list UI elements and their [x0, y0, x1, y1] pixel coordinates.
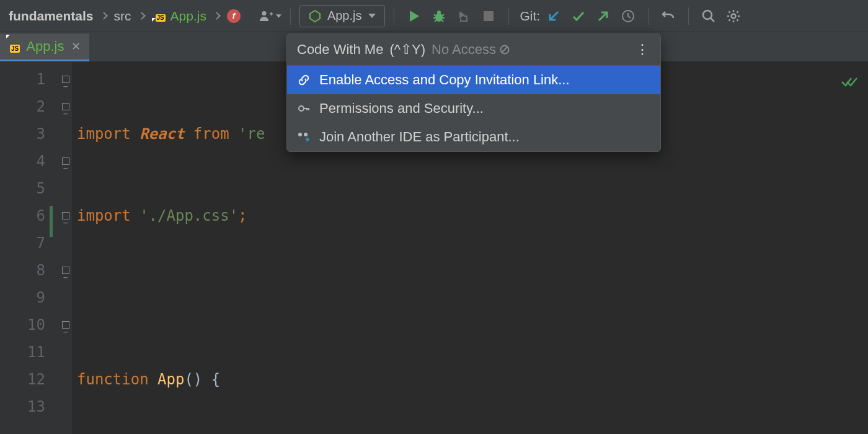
popup-item-permissions[interactable]: Permissions and Security... [287, 94, 660, 123]
breadcrumb: fundamentals src JS App.js f [4, 6, 246, 26]
popup-item-join-ide[interactable]: Join Another IDE as Participant... [287, 123, 660, 151]
fold-toggle-icon[interactable] [62, 267, 69, 274]
fold-column [60, 62, 72, 434]
code-with-me-button[interactable] [259, 5, 281, 27]
code-with-me-popup: Code With Me (^⇧Y) No Access ⋮ Enable Ac… [286, 33, 661, 152]
coverage-icon [457, 9, 471, 23]
git-history-button[interactable] [617, 5, 639, 27]
popup-item-label: Enable Access and Copy Invitation Link..… [319, 72, 570, 88]
fold-toggle-icon[interactable] [62, 76, 69, 83]
join-participants-icon [297, 130, 311, 144]
svg-point-7 [732, 14, 736, 18]
fold-toggle-icon[interactable] [62, 321, 69, 329]
navigation-bar: fundamentals src JS App.js f [0, 0, 868, 32]
breadcrumb-project[interactable]: fundamentals [4, 6, 99, 26]
line-number[interactable]: 5 [0, 175, 45, 202]
arrow-up-right-icon [597, 10, 609, 22]
close-icon[interactable]: ✕ [71, 40, 81, 53]
separator [290, 7, 291, 25]
popup-shortcut: (^⇧Y) [389, 42, 425, 58]
tab-label: App.js [26, 38, 64, 55]
debug-button[interactable] [428, 5, 450, 27]
search-icon [702, 9, 715, 23]
svg-point-11 [304, 133, 308, 136]
stop-icon [484, 11, 494, 21]
popup-item-label: Permissions and Security... [319, 100, 484, 117]
user-add-icon [259, 9, 273, 23]
line-number[interactable]: 13 [0, 393, 45, 420]
chevron-down-icon [368, 14, 376, 19]
line-number[interactable]: 2 [0, 93, 45, 120]
line-number[interactable]: 4 [0, 148, 45, 175]
run-button[interactable] [403, 5, 425, 27]
git-pull-button[interactable] [542, 5, 565, 27]
svg-point-3 [437, 11, 441, 14]
svg-point-6 [703, 11, 712, 19]
checkmark-icon [572, 10, 585, 22]
svg-point-0 [262, 11, 266, 16]
run-coverage-button[interactable] [453, 5, 475, 27]
svg-point-10 [298, 133, 302, 136]
separator [394, 7, 394, 25]
bug-icon [432, 9, 446, 23]
run-config-label: App.js [327, 9, 362, 23]
line-number[interactable]: 12 [0, 366, 45, 393]
fold-toggle-icon[interactable] [62, 103, 69, 110]
chevron-right-icon [213, 12, 221, 20]
separator [508, 7, 509, 25]
no-access-icon [500, 45, 510, 55]
search-button[interactable] [698, 5, 720, 27]
breadcrumb-file[interactable]: JS App.js [147, 6, 211, 26]
popup-header: Code With Me (^⇧Y) No Access ⋮ [287, 34, 660, 66]
line-number[interactable]: 11 [0, 339, 45, 366]
chevron-right-icon [138, 12, 146, 20]
play-icon [409, 10, 420, 22]
undo-icon [662, 10, 675, 22]
nodejs-icon [309, 10, 321, 22]
link-icon [297, 73, 311, 87]
fold-toggle-icon[interactable] [62, 157, 69, 165]
git-commit-button[interactable] [567, 5, 590, 27]
js-file-icon: JS [152, 11, 166, 22]
fold-toggle-icon[interactable] [62, 212, 69, 219]
svg-marker-1 [310, 11, 320, 22]
svg-rect-4 [484, 11, 494, 21]
line-number[interactable]: 6 [0, 202, 45, 229]
line-number[interactable]: 7 [0, 229, 45, 257]
breadcrumb-project-label: fundamentals [9, 9, 94, 24]
arrow-down-left-icon [547, 10, 560, 22]
run-config-selector[interactable]: App.js [299, 5, 385, 27]
tab-app-js[interactable]: JS App.js ✕ [0, 33, 89, 61]
js-file-icon: JS [6, 38, 20, 55]
line-number[interactable]: 9 [0, 284, 45, 311]
breadcrumb-folder-label: src [114, 9, 131, 24]
line-number[interactable]: 3 [0, 120, 45, 148]
line-gutter: 1 2 3 4 5 6 7 8 9 10 11 12 13 [0, 62, 60, 434]
breadcrumb-folder[interactable]: src [109, 6, 136, 26]
stop-button[interactable] [477, 5, 500, 27]
undo-button[interactable] [657, 5, 680, 27]
inspection-ok-icon[interactable] [841, 74, 858, 92]
key-icon [297, 102, 311, 115]
popup-status: No Access [432, 42, 510, 58]
popup-item-label: Join Another IDE as Participant... [319, 129, 520, 145]
git-label: Git: [520, 9, 541, 24]
function-member-icon: f [227, 9, 241, 23]
svg-point-9 [299, 106, 304, 111]
line-number[interactable]: 1 [0, 66, 45, 93]
separator [648, 7, 649, 25]
popup-item-enable-access[interactable]: Enable Access and Copy Invitation Link..… [287, 66, 660, 94]
gear-icon [726, 9, 741, 24]
vcs-change-marker[interactable] [50, 206, 53, 237]
git-push-button[interactable] [592, 5, 614, 27]
breadcrumb-symbol[interactable]: f [222, 7, 246, 25]
chevron-right-icon [100, 12, 108, 20]
chevron-down-icon [276, 14, 281, 18]
separator [688, 7, 689, 25]
clock-icon [621, 9, 635, 23]
settings-button[interactable] [722, 5, 745, 27]
line-number[interactable]: 8 [0, 257, 45, 284]
more-options-icon[interactable]: ⋮ [636, 42, 650, 58]
popup-title: Code With Me [297, 42, 383, 58]
line-number[interactable]: 10 [0, 311, 45, 339]
